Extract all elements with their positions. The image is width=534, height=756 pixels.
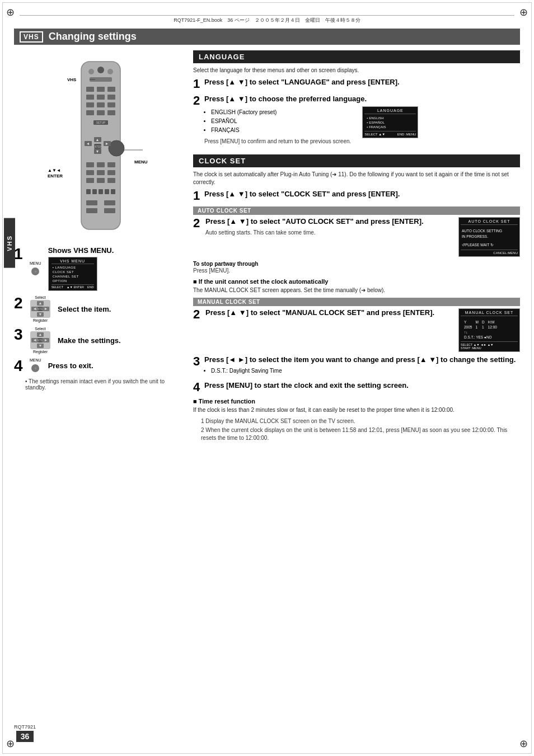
cannot-set-text: The MANUAL CLOCK SET screen appears. Set… [193, 287, 520, 294]
language-step1-text: Press [▲ ▼] to select "LANGUAGE" and pre… [204, 78, 400, 87]
step-2-select-label: Select [35, 295, 45, 299]
step-3-content: Select ▲ ◄ ENTER ► [30, 327, 188, 354]
svg-rect-30 [86, 162, 94, 167]
svg-rect-13 [107, 102, 115, 107]
step-4-number: 4 [14, 358, 25, 374]
clock-set-header: CLOCK SET [193, 154, 520, 167]
svg-rect-7 [107, 87, 115, 92]
step-1-row: 1 MENU ○ Shows VHS MENU. VHS MENU • LANG [14, 246, 188, 291]
press-menu-note: Press [MENU] to confirm and return to th… [204, 138, 351, 145]
svg-rect-32 [107, 162, 115, 167]
corner-mark-br: ⊕ [519, 738, 528, 750]
svg-text:►: ► [44, 338, 48, 342]
svg-rect-10 [107, 95, 115, 100]
svg-rect-34 [97, 170, 105, 175]
svg-rect-15 [97, 110, 105, 115]
step-1-content: MENU ○ Shows VHS MENU. VHS MENU • LANGUA… [30, 246, 188, 291]
language-header: LANGUAGE [193, 50, 520, 63]
svg-rect-31 [97, 162, 105, 167]
svg-rect-41 [99, 189, 103, 194]
step-1-menu-btn: ○ [31, 267, 39, 275]
step-2-dpad: ▲ ◄ ENTER ► ▼ [30, 299, 51, 318]
remote-enter-label: ▲▼◄ENTER [48, 168, 63, 180]
step-3-dpad: ▲ ◄ ENTER ► ▼ [30, 331, 51, 350]
svg-text:▼: ▼ [96, 149, 100, 153]
svg-rect-11 [86, 102, 94, 107]
svg-text:►: ► [44, 307, 48, 311]
clock-step4: 4 Press [MENU] to start the clock and ex… [193, 381, 520, 393]
svg-text:▲: ▲ [39, 301, 43, 305]
language-screen: LANGUAGE ENGLISH ESPAÑOL FRANÇAIS SELECT… [362, 106, 418, 138]
time-reset-header: Time reset function [193, 398, 520, 405]
svg-rect-47 [104, 208, 115, 213]
step-2-text: Select the item. [58, 305, 111, 313]
remote-svg: SETUP ◄ ▲ ▼ ENTER ► [34, 50, 168, 241]
step-1-icon: MENU ○ [30, 261, 41, 276]
svg-text:►: ► [105, 142, 109, 145]
corner-mark-tl: ⊕ [6, 6, 15, 18]
language-intro: Select the language for these menus and … [193, 67, 520, 74]
step-3-row: 3 Select ▲ ◄ ENTER [14, 327, 188, 354]
bottom-note: The settings remain intact even if you s… [25, 378, 176, 391]
manual-clock-step2: 2 Press [▲ ▼] to select "MANUAL CLOCK SE… [193, 308, 520, 352]
svg-point-2 [97, 67, 104, 73]
left-column: VHS MENU ▲▼◄ENTER [14, 50, 188, 449]
language-section: LANGUAGE Select the language for these m… [193, 50, 520, 148]
clock-step1: 1 Press [▲ ▼] to select "CLOCK SET" and … [193, 190, 520, 202]
step-4-menu-btn: ○ [31, 364, 39, 372]
step-2-content: Select ▲ ◄ ENTER ► [30, 295, 188, 322]
stop-note: To stop partway through Press [MENU]. [193, 260, 520, 275]
svg-rect-43 [111, 189, 115, 194]
steps-section: 1 MENU ○ Shows VHS MENU. VHS MENU • LANG [14, 246, 188, 374]
auto-clock-subheader: AUTO CLOCK SET [193, 206, 520, 215]
step-2-icon: Select ▲ ◄ ENTER ► [30, 295, 51, 322]
svg-text:▼: ▼ [39, 312, 43, 316]
svg-rect-35 [107, 170, 115, 175]
page-number-area: RQT7921 36 [14, 724, 36, 742]
auto-clock-step2-text: Press [▲ ▼] to select "AUTO CLOCK SET" a… [205, 217, 451, 227]
page-number: 36 [16, 731, 34, 742]
svg-rect-16 [107, 110, 115, 115]
step-3-number: 3 [14, 327, 25, 342]
svg-text:▼: ▼ [39, 344, 43, 348]
page-title: Changing settings [49, 31, 137, 43]
auto-clock-note: Auto setting starts. This can take some … [205, 229, 451, 237]
manual-clock-subheader: MANUAL CLOCK SET [193, 298, 520, 306]
manual-clock-screen: MANUAL CLOCK SET Y M D H:M 2005 [458, 308, 520, 352]
right-column: LANGUAGE Select the language for these m… [193, 50, 520, 449]
dst-bullet: D.S.T.: Daylight Saving Time [211, 367, 520, 375]
step-2-register-label: Register [33, 318, 48, 322]
corner-mark-bl: ⊕ [6, 738, 15, 750]
step-4-label: MENU [30, 358, 41, 362]
step-3-select-label: Select [35, 327, 45, 331]
top-meta: RQT7921-F_EN.book 36 ページ ２００５年２月４日 金曜日 午… [20, 16, 514, 25]
cannot-set-header: If the unit cannot set the clock automat… [193, 278, 520, 285]
corner-mark-tr: ⊕ [519, 6, 528, 18]
clock-set-section: CLOCK SET The clock is set automatically… [193, 154, 520, 442]
language-step1: 1 Press [▲ ▼] to select "LANGUAGE" and p… [193, 78, 520, 90]
step-4-row: 4 MENU ○ Press to exit. [14, 358, 188, 374]
step-3-register-label: Register [33, 350, 48, 354]
svg-text:ENTER: ENTER [93, 145, 102, 148]
manual-table: Y M D H:M 2005 1 1 12:00 [462, 319, 499, 340]
step-1-text: Shows VHS MENU. [48, 246, 114, 255]
svg-rect-44 [86, 200, 97, 205]
step-3-icon: Select ▲ ◄ ENTER ► [30, 327, 51, 354]
step-4-text: Press to exit. [48, 361, 93, 370]
svg-rect-14 [86, 110, 94, 115]
svg-rect-8 [86, 95, 94, 100]
clock-step3-text: Press [◄ ►] to select the item you want … [204, 355, 520, 365]
svg-text:SETUP: SETUP [96, 121, 106, 124]
clock-step1-text: Press [▲ ▼] to select "CLOCK SET" and pr… [204, 190, 400, 199]
svg-text:▲: ▲ [39, 332, 43, 336]
remote-vhs-label: VHS [67, 77, 76, 82]
time-reset-item1: 1 Display the MANUAL CLOCK SET screen on… [201, 417, 520, 425]
manual-clock-step2-text: Press [▲ ▼] to select "MANUAL CLOCK SET"… [205, 308, 451, 318]
step-2-row: 2 Select ▲ ◄ ENTER [14, 295, 188, 322]
svg-rect-33 [86, 170, 94, 175]
svg-rect-37 [97, 178, 105, 183]
page-code: RQT7921 [14, 724, 36, 730]
clock-step4-text: Press [MENU] to start the clock and exit… [204, 381, 409, 391]
vhs-sidebar-label: VHS [4, 218, 15, 268]
svg-rect-38 [107, 178, 115, 183]
